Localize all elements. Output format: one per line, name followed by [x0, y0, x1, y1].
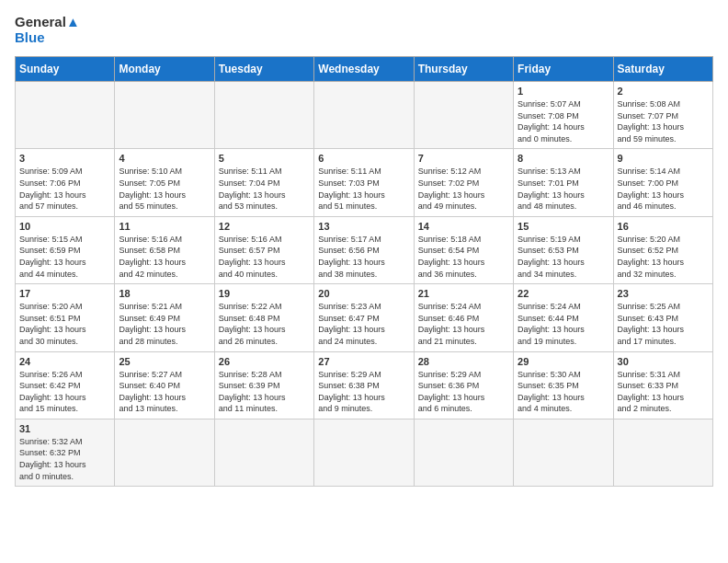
day-info: Sunrise: 5:20 AM Sunset: 6:51 PM Dayligh…	[19, 301, 110, 347]
day-number: 7	[418, 153, 509, 164]
day-number: 10	[19, 221, 110, 232]
day-number: 14	[418, 221, 509, 232]
day-info: Sunrise: 5:22 AM Sunset: 6:48 PM Dayligh…	[219, 301, 310, 347]
calendar-cell: 28Sunrise: 5:29 AM Sunset: 6:36 PM Dayli…	[414, 351, 513, 419]
day-number: 28	[418, 356, 509, 367]
day-info: Sunrise: 5:29 AM Sunset: 6:36 PM Dayligh…	[418, 369, 509, 415]
day-info: Sunrise: 5:30 AM Sunset: 6:35 PM Dayligh…	[518, 369, 609, 415]
calendar-cell: 4Sunrise: 5:10 AM Sunset: 7:05 PM Daylig…	[115, 149, 214, 216]
day-info: Sunrise: 5:25 AM Sunset: 6:43 PM Dayligh…	[618, 301, 709, 347]
day-number: 29	[518, 356, 609, 367]
day-info: Sunrise: 5:16 AM Sunset: 6:58 PM Dayligh…	[119, 234, 210, 280]
calendar-week-row: 10Sunrise: 5:15 AM Sunset: 6:59 PM Dayli…	[16, 216, 713, 283]
calendar-week-row: 24Sunrise: 5:26 AM Sunset: 6:42 PM Dayli…	[16, 351, 713, 419]
calendar-week-row: 31Sunrise: 5:32 AM Sunset: 6:32 PM Dayli…	[16, 419, 713, 486]
calendar-cell: 26Sunrise: 5:28 AM Sunset: 6:39 PM Dayli…	[214, 351, 313, 419]
day-info: Sunrise: 5:10 AM Sunset: 7:05 PM Dayligh…	[119, 166, 210, 212]
calendar-cell: 7Sunrise: 5:12 AM Sunset: 7:02 PM Daylig…	[414, 149, 513, 216]
page-header: General▲Blue	[15, 15, 713, 45]
calendar-cell: 27Sunrise: 5:29 AM Sunset: 6:38 PM Dayli…	[314, 351, 414, 419]
day-number: 30	[618, 356, 709, 367]
day-info: Sunrise: 5:24 AM Sunset: 6:44 PM Dayligh…	[518, 301, 609, 347]
calendar-table: SundayMondayTuesdayWednesdayThursdayFrid…	[15, 56, 713, 487]
calendar-cell	[314, 419, 414, 486]
calendar-cell: 25Sunrise: 5:27 AM Sunset: 6:40 PM Dayli…	[115, 351, 214, 419]
calendar-cell: 6Sunrise: 5:11 AM Sunset: 7:03 PM Daylig…	[314, 149, 414, 216]
day-info: Sunrise: 5:27 AM Sunset: 6:40 PM Dayligh…	[119, 369, 210, 415]
day-header: Tuesday	[214, 57, 313, 82]
day-info: Sunrise: 5:19 AM Sunset: 6:53 PM Dayligh…	[518, 234, 609, 280]
day-number: 20	[318, 288, 409, 299]
day-info: Sunrise: 5:21 AM Sunset: 6:49 PM Dayligh…	[119, 301, 210, 347]
day-info: Sunrise: 5:31 AM Sunset: 6:33 PM Dayligh…	[618, 369, 709, 415]
calendar-week-row: 3Sunrise: 5:09 AM Sunset: 7:06 PM Daylig…	[16, 149, 713, 216]
calendar-cell	[414, 419, 513, 486]
calendar-cell	[613, 419, 712, 486]
calendar-cell: 24Sunrise: 5:26 AM Sunset: 6:42 PM Dayli…	[16, 351, 115, 419]
calendar-cell: 11Sunrise: 5:16 AM Sunset: 6:58 PM Dayli…	[115, 216, 214, 283]
day-header: Wednesday	[314, 57, 414, 82]
day-number: 6	[318, 153, 409, 164]
calendar-cell	[214, 82, 313, 149]
day-number: 9	[618, 153, 709, 164]
day-number: 23	[618, 288, 709, 299]
calendar-cell	[314, 82, 414, 149]
calendar-cell	[115, 419, 214, 486]
calendar-cell: 22Sunrise: 5:24 AM Sunset: 6:44 PM Dayli…	[514, 284, 613, 351]
day-number: 26	[219, 356, 310, 367]
day-header: Monday	[115, 57, 214, 82]
calendar-cell: 30Sunrise: 5:31 AM Sunset: 6:33 PM Dayli…	[613, 351, 712, 419]
calendar-cell: 31Sunrise: 5:32 AM Sunset: 6:32 PM Dayli…	[16, 419, 115, 486]
calendar-cell	[214, 419, 313, 486]
day-number: 8	[518, 153, 609, 164]
day-number: 2	[618, 86, 709, 97]
day-number: 17	[19, 288, 110, 299]
day-info: Sunrise: 5:32 AM Sunset: 6:32 PM Dayligh…	[19, 436, 110, 482]
calendar-cell	[414, 82, 513, 149]
calendar-cell: 12Sunrise: 5:16 AM Sunset: 6:57 PM Dayli…	[214, 216, 313, 283]
day-header: Sunday	[16, 57, 115, 82]
day-header: Friday	[514, 57, 613, 82]
day-info: Sunrise: 5:09 AM Sunset: 7:06 PM Dayligh…	[19, 166, 110, 212]
day-info: Sunrise: 5:15 AM Sunset: 6:59 PM Dayligh…	[19, 234, 110, 280]
day-number: 24	[19, 356, 110, 367]
day-number: 19	[219, 288, 310, 299]
day-number: 18	[119, 288, 210, 299]
calendar-cell: 14Sunrise: 5:18 AM Sunset: 6:54 PM Dayli…	[414, 216, 513, 283]
calendar-cell: 9Sunrise: 5:14 AM Sunset: 7:00 PM Daylig…	[613, 149, 712, 216]
day-info: Sunrise: 5:16 AM Sunset: 6:57 PM Dayligh…	[219, 234, 310, 280]
calendar-cell: 17Sunrise: 5:20 AM Sunset: 6:51 PM Dayli…	[16, 284, 115, 351]
calendar-cell: 5Sunrise: 5:11 AM Sunset: 7:04 PM Daylig…	[214, 149, 313, 216]
day-info: Sunrise: 5:11 AM Sunset: 7:04 PM Dayligh…	[219, 166, 310, 212]
day-number: 5	[219, 153, 310, 164]
day-info: Sunrise: 5:13 AM Sunset: 7:01 PM Dayligh…	[518, 166, 609, 212]
day-info: Sunrise: 5:17 AM Sunset: 6:56 PM Dayligh…	[318, 234, 409, 280]
day-header: Saturday	[613, 57, 712, 82]
day-info: Sunrise: 5:07 AM Sunset: 7:08 PM Dayligh…	[518, 98, 609, 144]
day-info: Sunrise: 5:28 AM Sunset: 6:39 PM Dayligh…	[219, 369, 310, 415]
calendar-cell	[16, 82, 115, 149]
day-number: 16	[618, 221, 709, 232]
day-info: Sunrise: 5:26 AM Sunset: 6:42 PM Dayligh…	[19, 369, 110, 415]
day-number: 25	[119, 356, 210, 367]
day-number: 12	[219, 221, 310, 232]
day-number: 4	[119, 153, 210, 164]
calendar-cell: 19Sunrise: 5:22 AM Sunset: 6:48 PM Dayli…	[214, 284, 313, 351]
calendar-cell: 15Sunrise: 5:19 AM Sunset: 6:53 PM Dayli…	[514, 216, 613, 283]
day-number: 3	[19, 153, 110, 164]
day-number: 1	[518, 86, 609, 97]
day-number: 13	[318, 221, 409, 232]
calendar-cell: 16Sunrise: 5:20 AM Sunset: 6:52 PM Dayli…	[613, 216, 712, 283]
day-info: Sunrise: 5:20 AM Sunset: 6:52 PM Dayligh…	[618, 234, 709, 280]
calendar-header-row: SundayMondayTuesdayWednesdayThursdayFrid…	[16, 57, 713, 82]
calendar-cell: 13Sunrise: 5:17 AM Sunset: 6:56 PM Dayli…	[314, 216, 414, 283]
calendar-cell: 23Sunrise: 5:25 AM Sunset: 6:43 PM Dayli…	[613, 284, 712, 351]
calendar-cell	[514, 419, 613, 486]
calendar-cell: 2Sunrise: 5:08 AM Sunset: 7:07 PM Daylig…	[613, 82, 712, 149]
day-number: 31	[19, 423, 110, 434]
day-info: Sunrise: 5:12 AM Sunset: 7:02 PM Dayligh…	[418, 166, 509, 212]
logo: General▲Blue	[15, 15, 80, 45]
calendar-week-row: 17Sunrise: 5:20 AM Sunset: 6:51 PM Dayli…	[16, 284, 713, 351]
day-info: Sunrise: 5:29 AM Sunset: 6:38 PM Dayligh…	[318, 369, 409, 415]
calendar-week-row: 1Sunrise: 5:07 AM Sunset: 7:08 PM Daylig…	[16, 82, 713, 149]
